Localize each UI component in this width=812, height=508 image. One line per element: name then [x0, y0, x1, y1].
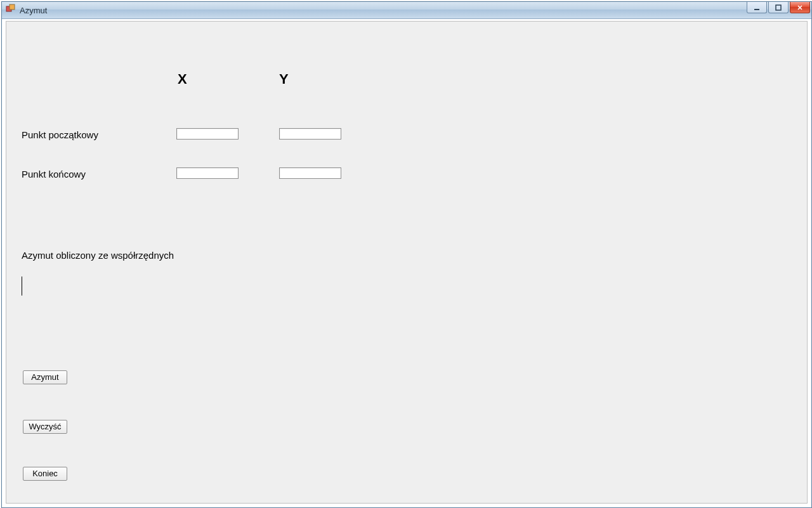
titlebar[interactable]: Azymut: [2, 2, 811, 19]
app-window: Azymut X Y Punkt początkowy Punkt końcow…: [1, 1, 812, 508]
svg-rect-1: [10, 4, 15, 10]
svg-rect-3: [776, 5, 781, 10]
window-title: Azymut: [20, 6, 47, 15]
azymut-button[interactable]: Azymut: [23, 370, 67, 384]
label-end-point: Punkt końcowy: [22, 169, 86, 179]
maximize-button[interactable]: [768, 2, 789, 13]
app-icon: [6, 4, 16, 16]
start-x-input[interactable]: [176, 128, 239, 140]
result-value: [22, 277, 26, 296]
label-start-point: Punkt początkowy: [22, 129, 98, 140]
svg-rect-2: [754, 9, 759, 10]
close-button[interactable]: [790, 2, 810, 13]
window-controls: [747, 2, 810, 13]
column-header-x: X: [178, 71, 187, 88]
end-button[interactable]: Koniec: [23, 467, 67, 481]
label-result-caption: Azymut obliczony ze współrzędnych: [22, 250, 174, 261]
end-x-input[interactable]: [176, 167, 239, 179]
start-y-input[interactable]: [279, 128, 341, 140]
minimize-button[interactable]: [747, 2, 767, 13]
column-header-y: Y: [279, 71, 289, 88]
end-y-input[interactable]: [279, 167, 341, 179]
clear-button[interactable]: Wyczyść: [23, 420, 67, 434]
client-area: X Y Punkt początkowy Punkt końcowy Azymu…: [6, 21, 808, 504]
